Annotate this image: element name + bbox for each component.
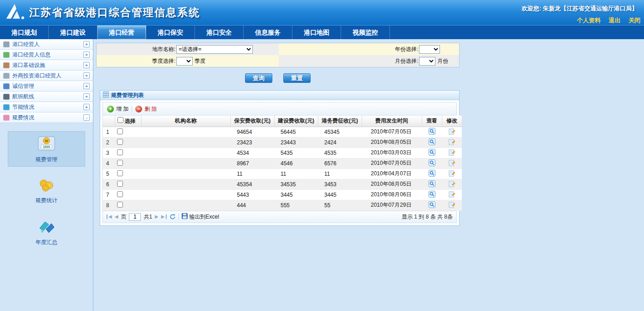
sidebar-item[interactable]: 港口经营人 +: [0, 39, 93, 50]
last-page-icon[interactable]: ▶: [161, 214, 167, 219]
expand-toggle[interactable]: +: [83, 104, 90, 110]
sidebar-item-icon: [3, 115, 10, 121]
month-select[interactable]: [419, 57, 435, 66]
edit-icon[interactable]: [449, 170, 455, 177]
svg-text:1000: 1000: [43, 145, 50, 148]
expand-toggle[interactable]: +: [83, 83, 90, 89]
expand-toggle[interactable]: +: [83, 62, 90, 68]
fee-date-header: 费用发生时间: [362, 116, 422, 127]
delete-button[interactable]: − 删 除: [135, 105, 157, 113]
nav-tab[interactable]: 港口规划: [0, 25, 49, 39]
submenu-item-label: 规费管理: [36, 156, 57, 163]
record-count-summary: 显示 1 到 8 条 共 8条: [402, 213, 453, 221]
logout-link[interactable]: 退出: [608, 17, 620, 24]
select-cell: [115, 168, 141, 179]
first-page-icon[interactable]: ◀: [107, 214, 112, 219]
add-button[interactable]: + 增 加: [107, 105, 128, 113]
quarter-select[interactable]: [176, 57, 193, 66]
expand-toggle[interactable]: +: [83, 51, 90, 58]
sidebar-item[interactable]: 港口基础设施 +: [0, 60, 93, 71]
nav-tab[interactable]: 港口建设: [49, 25, 97, 39]
sidebar-item[interactable]: 港口经营人信息 +: [0, 50, 93, 60]
construction-fee-cell: 4546: [274, 158, 318, 168]
search-button[interactable]: 查询: [245, 73, 272, 83]
export-excel-button[interactable]: 输出到Excel: [182, 213, 219, 221]
nav-tab[interactable]: 信息服务: [244, 25, 292, 39]
nav-tab-label: 视频监控: [353, 29, 378, 36]
next-page-icon[interactable]: ▶: [155, 214, 158, 219]
view-icon[interactable]: [429, 138, 435, 145]
view-icon[interactable]: [429, 180, 435, 187]
table-row: 2 23423 23443 2424 2010年08月05日: [103, 137, 462, 148]
main-nav: 港口规划 港口建设 港口经营 港口保安 港口安全 信息服务 港口地图 视频监控: [0, 25, 644, 39]
prev-page-icon[interactable]: ◀: [115, 214, 118, 219]
submenu-item-fee-management[interactable]: W 1000 规费管理: [8, 131, 85, 167]
view-cell: [422, 158, 442, 168]
table-row: 6 45354 34535 3453 2010年08月05日: [103, 179, 462, 189]
nav-tab[interactable]: 港口地图: [292, 25, 341, 39]
expand-toggle[interactable]: +: [83, 72, 90, 79]
select-all-checkbox[interactable]: [118, 117, 123, 123]
pagination-bar: ◀ ◀ 页 共1 ▶ ▶: [103, 211, 456, 223]
nav-tab-label: 港口建设: [60, 29, 86, 36]
view-icon[interactable]: [429, 128, 435, 135]
view-icon[interactable]: [429, 201, 435, 208]
sidebar-item[interactable]: 节能情况 +: [0, 102, 93, 112]
edit-icon[interactable]: [449, 138, 455, 145]
row-number: 4: [103, 158, 115, 168]
year-label: 年份选择:: [395, 46, 418, 53]
row-checkbox[interactable]: [117, 160, 123, 166]
org-name-cell: [141, 137, 230, 148]
fee-date-cell: 2010年08月06日: [362, 189, 422, 200]
sidebar-item[interactable]: 诚信管理 +: [0, 81, 93, 92]
profile-link[interactable]: 个人资料: [577, 17, 601, 24]
row-checkbox[interactable]: [117, 149, 123, 155]
city-select[interactable]: =请选择=: [176, 45, 253, 54]
city-label: 地市名称:: [152, 46, 175, 53]
org-name-header: 机构名称: [141, 116, 230, 127]
edit-icon[interactable]: [449, 128, 455, 135]
submenu-item-annual-summary[interactable]: 年度汇总: [8, 215, 85, 250]
nav-tab[interactable]: 视频监控: [341, 25, 390, 39]
expand-toggle[interactable]: -: [83, 114, 90, 121]
row-checkbox[interactable]: [117, 128, 123, 134]
row-checkbox[interactable]: [117, 202, 123, 208]
edit-icon[interactable]: [449, 201, 455, 208]
submenu-item-fee-statistics[interactable]: 规费统计: [8, 174, 85, 208]
row-checkbox[interactable]: [117, 181, 123, 187]
sidebar-item[interactable]: 航班航线 +: [0, 92, 93, 102]
edit-icon[interactable]: [449, 191, 455, 198]
edit-icon[interactable]: [449, 159, 455, 166]
page-number-input[interactable]: [129, 213, 141, 221]
sidebar-item-icon: [3, 83, 10, 89]
sidebar-item-label: 航班航线: [12, 93, 83, 101]
nav-tab[interactable]: 港口保安: [146, 25, 195, 39]
edit-icon[interactable]: [449, 180, 455, 187]
nav-tab[interactable]: 港口安全: [195, 25, 244, 39]
construction-fee-cell: 3445: [274, 189, 318, 200]
port-fee-cell: 4535: [318, 148, 362, 158]
sidebar-item[interactable]: 外商投资港口经营人 +: [0, 71, 93, 81]
view-icon[interactable]: [429, 191, 435, 198]
reset-button[interactable]: 重置: [283, 73, 311, 83]
nav-tab[interactable]: 港口经营: [97, 25, 146, 39]
view-icon[interactable]: [429, 170, 435, 177]
sidebar-item[interactable]: 规费情况 -: [0, 112, 93, 123]
nav-tab-label: 信息服务: [255, 29, 281, 36]
org-name-cell: [141, 158, 230, 168]
sidebar-item-icon: [3, 94, 10, 100]
year-select[interactable]: [419, 45, 440, 54]
expand-toggle[interactable]: +: [83, 41, 90, 47]
add-icon: +: [107, 106, 114, 112]
close-link[interactable]: 关闭: [629, 17, 640, 24]
row-checkbox[interactable]: [117, 170, 123, 176]
view-icon[interactable]: [429, 149, 435, 156]
app-window: 江苏省省级港口综合管理信息系统 欢迎您: 朱新龙【江苏省交通运输厅港口局】 个人…: [0, 0, 644, 311]
row-checkbox[interactable]: [117, 191, 123, 197]
edit-icon[interactable]: [449, 149, 455, 156]
select-cell: [115, 137, 141, 148]
row-checkbox[interactable]: [117, 139, 123, 145]
view-icon[interactable]: [429, 159, 435, 166]
expand-toggle[interactable]: +: [83, 93, 90, 100]
refresh-icon[interactable]: [169, 214, 176, 220]
